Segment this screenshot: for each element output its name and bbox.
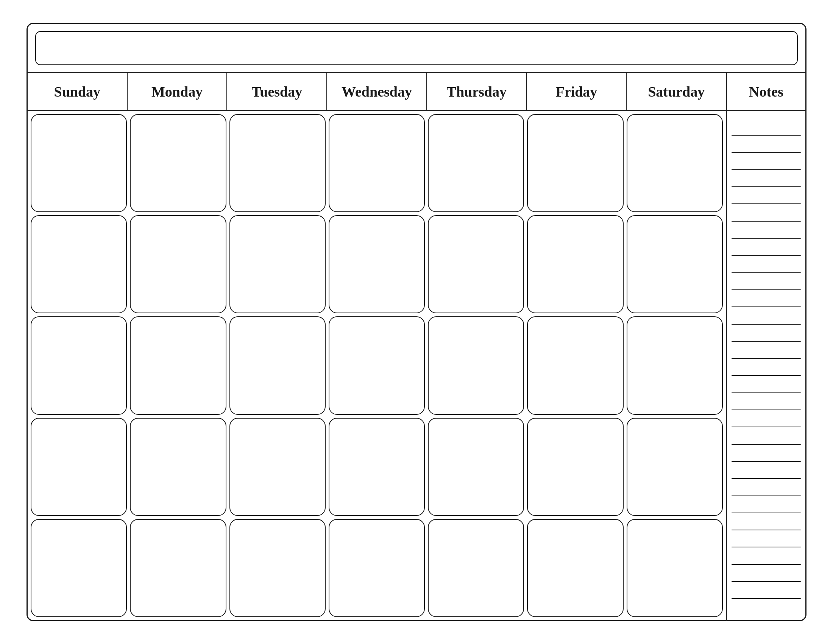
day-cell-5-1[interactable]: [31, 519, 127, 617]
day-cell-4-3[interactable]: [230, 418, 326, 516]
note-line: [732, 324, 801, 325]
note-line: [732, 461, 801, 462]
day-cell-1-4[interactable]: [329, 114, 425, 212]
day-cell-2-7[interactable]: [627, 215, 723, 313]
calendar-title-input[interactable]: [35, 31, 798, 65]
note-line: [732, 221, 801, 222]
main-grid: Sunday Monday Tuesday Wednesday Thursday…: [27, 73, 726, 620]
day-cell-1-2[interactable]: [130, 114, 226, 212]
note-line: [732, 341, 801, 342]
note-line: [732, 255, 801, 256]
note-line: [732, 478, 801, 479]
days-grid: [27, 111, 726, 620]
note-line: [732, 427, 801, 427]
note-line: [732, 290, 801, 290]
day-cell-2-1[interactable]: [31, 215, 127, 313]
day-cell-5-6[interactable]: [527, 519, 623, 617]
day-cell-5-2[interactable]: [130, 519, 226, 617]
note-line: [732, 306, 801, 307]
week-row-5: [31, 519, 723, 617]
day-cell-4-2[interactable]: [130, 418, 226, 516]
note-line: [732, 203, 801, 204]
note-line: [732, 496, 801, 496]
day-cell-2-3[interactable]: [230, 215, 326, 313]
header-friday: Friday: [527, 73, 627, 110]
day-cell-5-5[interactable]: [428, 519, 524, 617]
header-tuesday: Tuesday: [227, 73, 327, 110]
header-wednesday: Wednesday: [327, 73, 427, 110]
day-cell-4-4[interactable]: [329, 418, 425, 516]
note-line: [732, 358, 801, 359]
day-cell-1-6[interactable]: [527, 114, 623, 212]
day-cell-1-5[interactable]: [428, 114, 524, 212]
note-line: [732, 409, 801, 410]
day-cell-2-2[interactable]: [130, 215, 226, 313]
note-line: [732, 393, 801, 393]
note-line: [732, 169, 801, 170]
day-cell-4-5[interactable]: [428, 418, 524, 516]
day-cell-2-4[interactable]: [329, 215, 425, 313]
calendar-wrapper: Sunday Monday Tuesday Wednesday Thursday…: [26, 23, 807, 621]
title-bar: [27, 24, 806, 73]
note-line: [732, 547, 801, 547]
note-line: [732, 564, 801, 565]
day-cell-3-3[interactable]: [230, 316, 326, 414]
day-cell-3-7[interactable]: [627, 316, 723, 414]
calendar-body: Sunday Monday Tuesday Wednesday Thursday…: [27, 73, 806, 620]
note-line: [732, 152, 801, 153]
day-cell-5-4[interactable]: [329, 519, 425, 617]
header-saturday: Saturday: [627, 73, 726, 110]
day-cell-3-5[interactable]: [428, 316, 524, 414]
note-line: [732, 444, 801, 445]
day-cell-3-2[interactable]: [130, 316, 226, 414]
note-line: [732, 581, 801, 582]
day-cell-1-7[interactable]: [627, 114, 723, 212]
day-cell-1-3[interactable]: [230, 114, 326, 212]
note-line: [732, 530, 801, 530]
day-cell-2-6[interactable]: [527, 215, 623, 313]
note-line: [732, 598, 801, 599]
note-line: [732, 512, 801, 513]
day-cell-3-6[interactable]: [527, 316, 623, 414]
header-thursday: Thursday: [427, 73, 527, 110]
notes-header-label: Notes: [727, 73, 806, 111]
day-cell-2-5[interactable]: [428, 215, 524, 313]
week-row-3: [31, 316, 723, 414]
note-line: [732, 272, 801, 273]
notes-lines-area[interactable]: [727, 111, 806, 620]
day-cell-5-7[interactable]: [627, 519, 723, 617]
day-cell-3-1[interactable]: [31, 316, 127, 414]
header-row: Sunday Monday Tuesday Wednesday Thursday…: [27, 73, 726, 111]
note-line: [732, 135, 801, 135]
note-line: [732, 187, 801, 187]
day-cell-3-4[interactable]: [329, 316, 425, 414]
day-cell-4-6[interactable]: [527, 418, 623, 516]
day-cell-4-1[interactable]: [31, 418, 127, 516]
week-row-2: [31, 215, 723, 313]
week-row-4: [31, 418, 723, 516]
day-cell-5-3[interactable]: [230, 519, 326, 617]
note-line: [732, 238, 801, 239]
header-sunday: Sunday: [27, 73, 128, 110]
day-cell-4-7[interactable]: [627, 418, 723, 516]
week-row-1: [31, 114, 723, 212]
note-line: [732, 375, 801, 376]
notes-panel: Notes: [726, 73, 806, 620]
day-cell-1-1[interactable]: [31, 114, 127, 212]
header-monday: Monday: [128, 73, 228, 110]
